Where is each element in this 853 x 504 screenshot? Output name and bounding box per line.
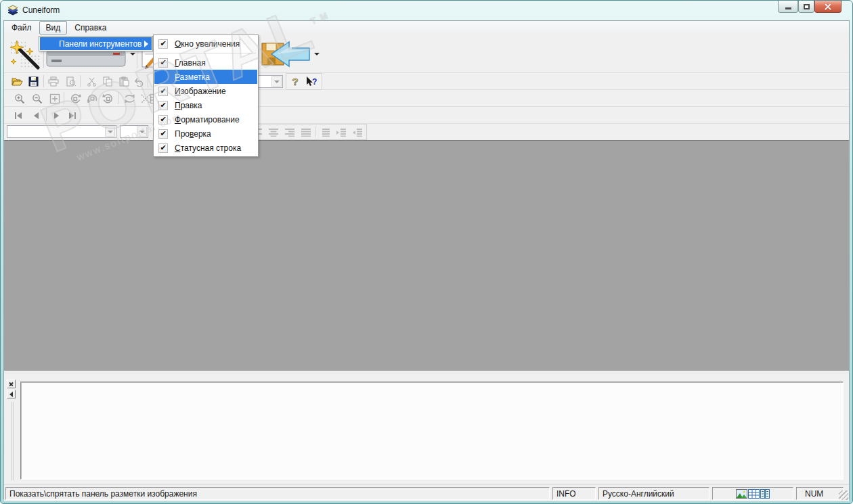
menu-bar: Файл Вид Справка <box>4 21 849 35</box>
list-button[interactable] <box>318 125 332 139</box>
scissors-icon <box>87 76 97 87</box>
align-center-icon <box>268 128 279 137</box>
menu-view[interactable]: Вид <box>39 21 68 35</box>
copy-button[interactable] <box>100 74 115 89</box>
next-page-icon <box>54 112 59 119</box>
submenu-item[interactable]: Статусная строка <box>154 141 257 155</box>
collapse-pane-button[interactable] <box>7 390 16 398</box>
cut-button[interactable] <box>84 74 99 89</box>
title-bar[interactable]: Cuneiform <box>1 1 852 20</box>
maximize-button[interactable] <box>798 1 814 13</box>
chevron-down-icon[interactable] <box>137 127 147 137</box>
save-button[interactable] <box>26 74 41 89</box>
checkmark-icon <box>158 101 168 110</box>
submenu-item-label: Статусная строка <box>175 143 241 153</box>
move-icon <box>49 93 60 104</box>
submenu-item-label: Проверка <box>175 129 211 139</box>
page-nav-toolbar <box>4 107 849 124</box>
standard-toolbar: ? ? <box>4 73 849 90</box>
maximize-icon <box>804 4 810 9</box>
last-page-button[interactable] <box>65 109 80 122</box>
preview-button[interactable] <box>64 74 79 89</box>
menu-item-toolbars[interactable]: Панели инструментов <box>40 37 152 50</box>
copy-icon <box>102 76 113 87</box>
submenu-item-label: Правка <box>175 101 202 110</box>
resize-grip[interactable] <box>839 490 848 500</box>
status-layout-icons <box>712 487 793 500</box>
menu-help[interactable]: Справка <box>68 21 113 35</box>
close-pane-button[interactable] <box>7 380 16 388</box>
submenu-item[interactable]: Правка <box>154 98 257 112</box>
prev-page-button[interactable] <box>28 109 43 122</box>
submenu-item[interactable]: Форматирование <box>154 112 257 127</box>
checkmark-icon <box>158 143 168 153</box>
minimize-button[interactable] <box>778 1 798 13</box>
zoom-out-button[interactable] <box>30 91 45 106</box>
wizard-button[interactable] <box>7 37 42 71</box>
submenu-item[interactable]: Проверка <box>154 127 257 141</box>
question-mark-icon: ? <box>292 76 298 87</box>
undo-button[interactable] <box>131 74 146 89</box>
scan-dropdown-button[interactable] <box>130 53 135 58</box>
print-button[interactable] <box>46 74 61 89</box>
submenu-item-label: Изображение <box>175 87 226 96</box>
menu-file[interactable]: Файл <box>5 21 39 35</box>
close-button[interactable] <box>814 1 841 13</box>
align-center-button[interactable] <box>266 125 281 139</box>
help-toolbar: ? ? <box>286 73 322 90</box>
status-bar: Показать\спрятать панель разметки изобра… <box>4 484 849 501</box>
printer-icon <box>48 76 59 87</box>
columns-layout-icon <box>760 489 770 499</box>
collapse-left-icon <box>9 392 13 397</box>
menu-separator <box>156 53 256 53</box>
close-icon <box>9 382 14 386</box>
cursor-help-icon: ? <box>305 76 318 87</box>
align-right-button[interactable] <box>282 125 297 139</box>
flip-button[interactable] <box>122 91 137 106</box>
checkmark-icon <box>158 87 168 96</box>
rotate-180-button[interactable] <box>85 91 100 106</box>
image-layout-icon <box>736 489 747 499</box>
submenu-item-label: Разметка <box>175 72 210 82</box>
next-page-button[interactable] <box>49 109 64 122</box>
flip-arrows-icon <box>124 94 135 104</box>
outdent-button[interactable] <box>334 125 349 139</box>
submenu-item[interactable]: Изображение <box>154 84 257 98</box>
open-button[interactable] <box>9 74 24 89</box>
list-icon <box>320 128 330 137</box>
submenu-item[interactable]: Разметка <box>154 70 257 84</box>
submenu-arrow-icon <box>144 41 148 47</box>
rotate-right-icon <box>102 93 114 104</box>
folder-open-icon <box>12 76 23 87</box>
context-help-button[interactable]: ? <box>304 74 319 89</box>
checkmark-icon <box>158 58 168 68</box>
page-preview-icon <box>66 76 76 87</box>
submenu-item[interactable]: Главная <box>154 55 257 70</box>
paste-button[interactable] <box>116 74 131 89</box>
rotate-right-button[interactable] <box>100 91 115 106</box>
submenu-item-label: Форматирование <box>175 115 240 124</box>
submenu-item[interactable]: Окно увеличения <box>154 37 257 51</box>
export-dropdown-button[interactable] <box>314 53 320 58</box>
document-workspace <box>4 140 849 371</box>
fontsize-combobox[interactable] <box>120 125 148 138</box>
font-combobox[interactable] <box>7 125 116 138</box>
help-button[interactable]: ? <box>288 74 303 89</box>
undo-arrow-icon <box>134 77 144 87</box>
chevron-down-icon[interactable] <box>271 76 282 87</box>
close-icon <box>824 3 832 11</box>
bottom-pane <box>4 373 849 484</box>
export-button[interactable] <box>259 39 311 71</box>
zoom-in-button[interactable] <box>12 91 27 106</box>
justify-icon <box>301 128 311 137</box>
pane-splitter[interactable] <box>11 402 14 480</box>
chevron-down-icon[interactable] <box>105 127 115 137</box>
pan-button[interactable] <box>47 91 62 106</box>
prev-page-icon <box>34 112 39 119</box>
justify-button[interactable] <box>299 125 313 139</box>
rotate-left-icon <box>70 93 81 104</box>
indent-button[interactable] <box>350 125 365 139</box>
first-page-button[interactable] <box>11 109 26 122</box>
submenu-item-label: Главная <box>175 58 206 68</box>
rotate-left-button[interactable] <box>68 91 83 106</box>
